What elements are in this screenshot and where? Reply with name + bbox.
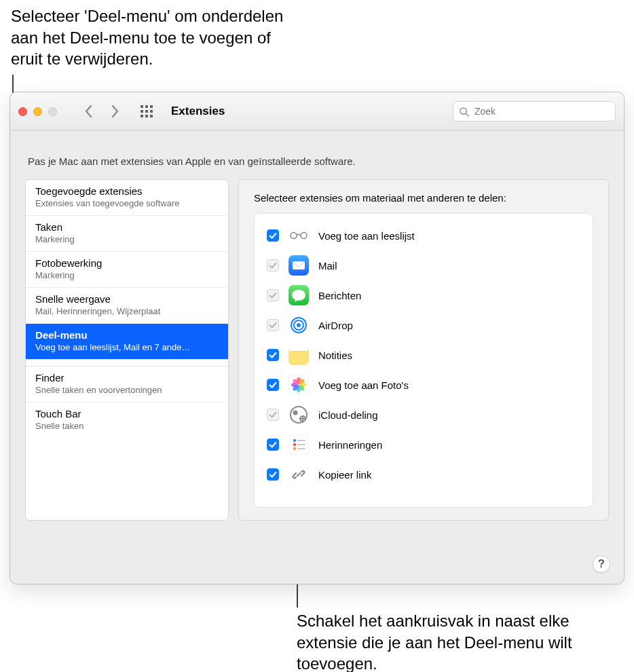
window-controls — [18, 107, 57, 116]
sidebar-item[interactable]: Deel-menuVoeg toe aan leeslijst, Mail en… — [26, 324, 228, 360]
photos-icon — [288, 375, 309, 395]
extension-label: Voeg toe aan leeslijst — [318, 230, 415, 242]
svg-rect-5 — [150, 110, 153, 113]
sidebar-item-subtitle: Snelle taken — [35, 421, 219, 431]
search-input[interactable] — [473, 105, 610, 117]
pane-title: Extensies — [171, 105, 225, 118]
svg-rect-0 — [141, 105, 143, 108]
sidebar-item[interactable]: FinderSnelle taken en voorvertoningen — [26, 367, 228, 403]
svg-rect-1 — [145, 105, 148, 108]
close-window-button[interactable] — [18, 107, 27, 116]
svg-rect-8 — [150, 115, 153, 117]
svg-point-39 — [293, 447, 296, 450]
detail-header: Selecteer extensies om materiaal met and… — [254, 192, 593, 204]
link-icon — [288, 464, 309, 485]
svg-rect-4 — [145, 110, 148, 113]
sidebar-item-title: Snelle weergave — [35, 293, 219, 305]
detail-panel: Selecteer extensies om materiaal met and… — [238, 179, 609, 521]
extension-label: Herinneringen — [318, 439, 382, 451]
extension-checkbox[interactable] — [267, 349, 279, 361]
back-button[interactable] — [84, 104, 94, 119]
sidebar-item-title: Finder — [35, 372, 219, 384]
show-all-button[interactable] — [140, 105, 153, 118]
forward-button[interactable] — [110, 104, 119, 119]
svg-rect-6 — [141, 115, 143, 117]
svg-point-38 — [293, 443, 296, 446]
svg-rect-3 — [141, 110, 143, 113]
sidebar-item-title: Deel-menu — [35, 329, 219, 341]
extension-list: Voeg toe aan leeslijstMailBerichtenAirDr… — [254, 213, 593, 508]
extension-label: Berichten — [318, 290, 361, 301]
extension-checkbox[interactable] — [267, 468, 279, 481]
zoom-window-button[interactable] — [48, 107, 57, 116]
sidebar-item-title: Touch Bar — [35, 408, 219, 419]
sidebar-item-subtitle: Extensies van toegevoegde software — [35, 198, 219, 208]
extension-row: AirDrop — [260, 310, 587, 340]
sidebar-item[interactable]: TakenMarkering — [26, 216, 228, 252]
icloud-icon — [288, 405, 309, 425]
extension-checkbox[interactable] — [267, 438, 279, 451]
content-area: Pas je Mac aan met extensies van Apple e… — [10, 131, 624, 584]
extension-label: AirDrop — [318, 320, 353, 331]
annotation-bottom: Schakel het aankruisvak in naast elke ex… — [297, 610, 582, 672]
extension-row: Notities — [260, 340, 587, 370]
svg-point-12 — [301, 233, 307, 239]
extension-row: Mail — [260, 250, 587, 280]
sidebar-item[interactable]: FotobewerkingMarkering — [26, 252, 228, 288]
mail-icon — [288, 255, 309, 276]
svg-rect-14 — [293, 261, 305, 269]
svg-rect-20 — [288, 345, 309, 352]
extension-checkbox — [267, 259, 279, 272]
notes-icon — [288, 345, 309, 365]
sidebar-item-title: Fotobewerking — [35, 257, 219, 269]
airdrop-icon — [288, 315, 309, 335]
extension-row: Berichten — [260, 280, 587, 310]
extension-row: Kopieer link — [260, 460, 587, 489]
extension-row: iCloud-deling — [260, 400, 587, 430]
extension-checkbox[interactable] — [267, 229, 279, 242]
sidebar-item[interactable]: Snelle weergaveMail, Herinneringen, Wijz… — [26, 288, 228, 324]
svg-point-11 — [291, 233, 297, 239]
extension-checkbox[interactable] — [267, 379, 279, 391]
extension-checkbox — [267, 289, 279, 301]
sidebar-item-subtitle: Markering — [35, 234, 219, 244]
svg-point-16 — [297, 323, 301, 327]
sidebar-item[interactable]: Touch BarSnelle taken — [26, 403, 228, 438]
sidebar-item-subtitle: Voeg toe aan leeslijst, Mail en 7 ande… — [35, 342, 219, 352]
sidebar-item-title: Toegevoegde extensies — [35, 185, 219, 197]
extension-row: Voeg toe aan Foto's — [260, 370, 587, 400]
search-icon — [459, 107, 469, 117]
sidebar-item-title: Taken — [35, 221, 219, 233]
extension-checkbox — [267, 319, 279, 331]
glasses-icon — [288, 225, 309, 246]
reminders-icon — [288, 434, 309, 455]
toolbar: Extensies — [10, 92, 624, 131]
extension-label: Mail — [318, 260, 337, 272]
category-sidebar: Toegevoegde extensiesExtensies van toege… — [25, 179, 229, 521]
extension-label: Kopieer link — [318, 469, 371, 481]
svg-point-37 — [293, 439, 296, 442]
preferences-window: Extensies Pas je Mac aan met extensies v… — [10, 92, 624, 584]
svg-point-32 — [293, 411, 298, 415]
minimize-window-button[interactable] — [33, 107, 42, 116]
sidebar-item-subtitle: Snelle taken en voorvertoningen — [35, 385, 219, 395]
extension-label: Notities — [318, 350, 352, 361]
nav-buttons — [84, 104, 119, 119]
messages-icon — [288, 285, 309, 305]
extension-label: Voeg toe aan Foto's — [318, 379, 409, 391]
sidebar-item[interactable]: Toegevoegde extensiesExtensies van toege… — [26, 180, 228, 216]
extension-checkbox — [267, 409, 279, 421]
extension-row: Voeg toe aan leeslijst — [260, 221, 587, 250]
svg-rect-2 — [150, 105, 153, 108]
svg-line-10 — [466, 113, 468, 116]
extension-row: Herinneringen — [260, 430, 587, 460]
annotation-top: Selecteer 'Deel-menu' om onderdelen aan … — [11, 5, 303, 70]
extension-label: iCloud-deling — [318, 409, 378, 421]
sidebar-item-subtitle: Markering — [35, 270, 219, 280]
help-button[interactable]: ? — [593, 555, 610, 573]
intro-text: Pas je Mac aan met extensies van Apple e… — [28, 155, 609, 167]
sidebar-item-subtitle: Mail, Herinneringen, Wijzerplaat — [35, 306, 219, 316]
sidebar-divider — [26, 360, 228, 367]
svg-rect-7 — [145, 115, 148, 117]
search-field-container[interactable] — [453, 101, 616, 122]
